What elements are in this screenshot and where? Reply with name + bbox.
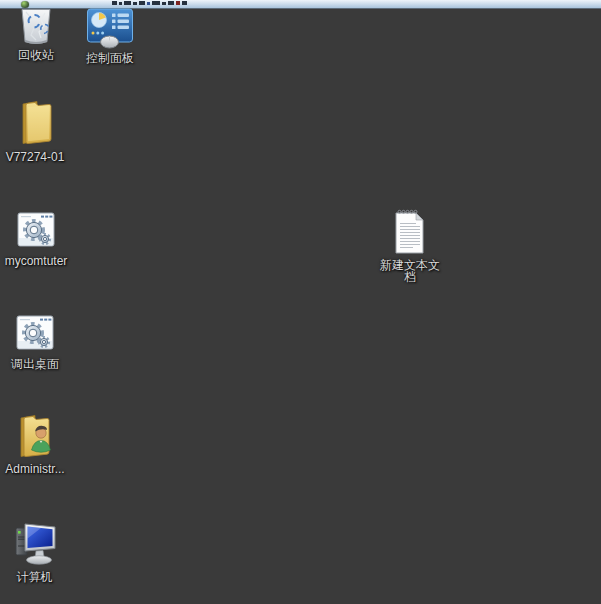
desktop-icon-app-tiaochu-zhuomian[interactable]: 调出桌面 [0,313,70,370]
desktop-icon-computer[interactable]: 计算机 [0,520,69,583]
desktop-icon-user-folder-administrator[interactable]: Administr... [0,412,70,475]
gears-app-icon [14,313,56,355]
icon-label: 计算机 [17,571,53,583]
icon-label: 控制面板 [86,52,134,64]
desktop-icon-app-mycomtuter[interactable]: mycomtuter [0,210,72,267]
user-folder-icon [13,412,57,460]
window-title-clipped [112,0,187,5]
icon-label: 新建文本文档 [377,259,443,283]
folder-icon [14,98,56,148]
icon-label: 调出桌面 [11,358,59,370]
recycle-bin-icon [19,9,53,46]
desktop-icon-new-text-document[interactable]: 新建文本文档 [375,206,445,283]
text-document-icon [391,206,429,256]
control-panel-icon [86,8,134,49]
computer-icon [12,520,58,568]
icon-label: Administr... [5,463,64,475]
window-icon [21,1,29,8]
icon-label: mycomtuter [5,255,68,267]
icon-label: 回收站 [18,49,54,61]
desktop[interactable]: 回收站 控制面板 [0,0,601,604]
desktop-icon-folder-v77274-01[interactable]: V77274-01 [0,98,70,163]
desktop-icon-recycle-bin[interactable]: 回收站 [0,9,72,61]
icon-label: V77274-01 [6,151,65,163]
desktop-icon-control-panel[interactable]: 控制面板 [74,8,146,64]
gears-app-icon [15,210,57,252]
